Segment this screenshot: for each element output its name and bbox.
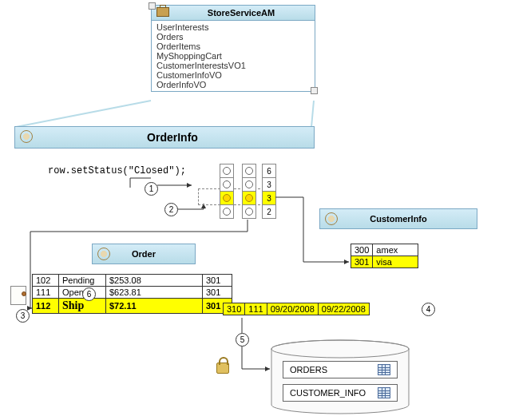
callout-4: 4 <box>422 303 435 316</box>
customer-info-title: CustomerInfo <box>370 214 427 224</box>
lock-icon <box>216 363 229 374</box>
app-module-title: StoreServiceAM <box>172 8 310 18</box>
document-icon <box>10 286 26 305</box>
table-row: 310 111 09/20/2008 09/22/2008 <box>224 303 370 315</box>
state-dot-icon <box>223 180 231 188</box>
resize-handle-icon[interactable] <box>149 2 156 10</box>
svg-marker-2 <box>187 183 192 188</box>
count-cell: 3 <box>263 178 275 192</box>
list-item: MyShoppingCart <box>152 51 315 61</box>
component-icon <box>20 130 33 143</box>
state-dot-icon <box>245 194 253 202</box>
count-cell: 6 <box>263 164 275 178</box>
state-dot-icon <box>223 194 231 202</box>
list-item: CustomerInfoVO <box>152 70 315 80</box>
list-item: UserInterests <box>152 22 315 32</box>
count-cell: 2 <box>263 205 275 218</box>
callout-2: 2 <box>164 203 178 216</box>
app-module-header: StoreServiceAM <box>152 6 315 21</box>
briefcase-icon <box>156 7 169 17</box>
order-info-panel: OrderInfo <box>14 126 315 149</box>
order-table-ext: 310 111 09/20/2008 09/22/2008 <box>223 303 370 315</box>
component-icon <box>97 248 110 260</box>
state-dot-icon <box>245 208 253 216</box>
list-item: OrderItems <box>152 42 315 51</box>
callout-6: 6 <box>82 287 96 301</box>
order-table: 102 Pending $253.08 301 111 Open $623.81… <box>32 274 232 314</box>
svg-line-0 <box>16 101 151 127</box>
count-cell: 3 <box>263 192 275 205</box>
state-dot-icon <box>245 180 253 188</box>
code-line: row.setStatus("Closed"); <box>48 165 186 176</box>
svg-marker-5 <box>344 260 349 264</box>
customer-table: 300 amex 301 visa <box>351 244 418 268</box>
state-column-b <box>242 164 256 219</box>
state-dot-icon <box>223 208 231 216</box>
table-row: 301 visa <box>351 256 418 268</box>
list-item: Orders <box>152 32 315 42</box>
db-table-label: CUSTOMER_INFO <box>290 388 366 398</box>
table-row: 111 Open $623.81 301 <box>33 287 232 299</box>
app-module-list: UserInterests Orders OrderItems MyShoppi… <box>152 21 315 91</box>
table-row: 300 amex <box>351 244 418 256</box>
app-module-panel: StoreServiceAM UserInterests Orders Orde… <box>151 5 315 92</box>
table-row: 102 Pending $253.08 301 <box>33 275 232 287</box>
db-table-customer-info: CUSTOMER_INFO <box>283 384 398 402</box>
state-column-a <box>220 164 234 219</box>
order-title: Order <box>132 249 156 259</box>
order-panel: Order <box>92 244 196 264</box>
state-dot-icon <box>223 167 231 175</box>
customer-info-panel: CustomerInfo <box>319 208 477 229</box>
db-table-orders: ORDERS <box>283 361 398 378</box>
db-table-label: ORDERS <box>290 365 327 374</box>
state-dot-icon <box>245 167 253 175</box>
list-item: CustomerInterestsVO1 <box>152 61 315 70</box>
callout-1: 1 <box>145 182 158 196</box>
table-icon <box>378 364 390 375</box>
count-column: 6 3 3 2 <box>262 164 276 219</box>
order-info-header: OrderInfo <box>15 127 314 149</box>
component-icon <box>325 212 338 225</box>
svg-line-1 <box>311 101 314 127</box>
table-row: 112 Ship $72.11 301 <box>33 299 232 314</box>
resize-handle-icon[interactable] <box>311 87 318 94</box>
callout-3: 3 <box>16 309 30 323</box>
list-item: OrderInfoVO <box>152 80 315 89</box>
order-info-title: OrderInfo <box>36 131 309 144</box>
callout-5: 5 <box>236 333 249 347</box>
table-icon <box>378 387 390 398</box>
